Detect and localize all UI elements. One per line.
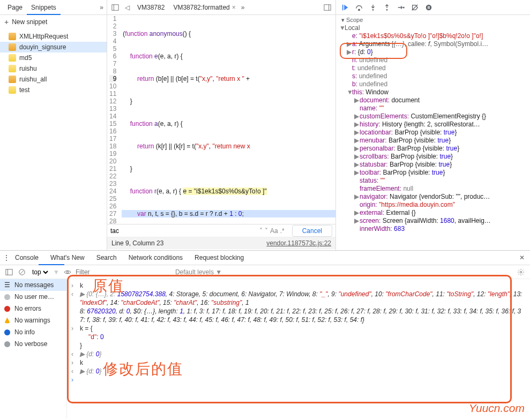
tab-search[interactable]: Search [96, 251, 117, 265]
step-out-icon[interactable] [382, 3, 392, 12]
overflow-icon[interactable]: » [100, 4, 103, 11]
tab-file[interactable]: VM38782 [134, 2, 168, 13]
file-icon [9, 65, 16, 72]
svg-rect-4 [342, 4, 344, 10]
tab-whatsnew[interactable]: What's New [50, 251, 85, 265]
tree-item[interactable]: ruishu_all [0, 74, 107, 85]
svg-rect-2 [324, 4, 331, 10]
filter-no-errors[interactable]: No errors [0, 303, 66, 314]
source-link[interactable]: vendor.1187573c.js:22 [266, 239, 331, 247]
file-icon [9, 33, 16, 40]
drawer-menu-icon[interactable]: ⋮ [3, 254, 10, 261]
tab-request-blocking[interactable]: Request blocking [195, 251, 244, 265]
svg-point-17 [66, 271, 69, 273]
step-into-icon[interactable] [368, 3, 378, 12]
console-settings-icon[interactable] [516, 267, 526, 277]
nav-back-icon[interactable]: ◁ [122, 3, 132, 12]
levels-dropdown[interactable]: Default levels ▼ [175, 268, 222, 276]
resume-icon[interactable] [340, 3, 350, 12]
svg-line-16 [20, 270, 24, 274]
deactivate-bp-icon[interactable] [410, 3, 420, 12]
regex-toggle[interactable]: .* [280, 227, 285, 235]
eye-icon[interactable] [63, 267, 72, 277]
clear-console-icon[interactable] [17, 267, 27, 277]
tab-page[interactable]: Page [3, 1, 27, 14]
code-editor[interactable]: (function anonymous() { function e(e, a,… [122, 15, 335, 224]
filter-no-info[interactable]: No info [0, 326, 66, 338]
svg-point-18 [520, 271, 522, 273]
show-nav-icon[interactable] [110, 3, 120, 12]
tree-item[interactable]: md5 [0, 52, 107, 63]
tree-item[interactable]: XMLHttpRequest [0, 31, 107, 42]
match-case[interactable]: Aa [270, 227, 278, 235]
show-right-icon[interactable] [323, 3, 332, 12]
svg-point-7 [386, 9, 388, 11]
svg-point-6 [372, 9, 374, 11]
tab-console[interactable]: Console [15, 251, 39, 265]
tree-item[interactable]: ruishu [0, 63, 107, 74]
pause-exceptions-icon[interactable] [424, 3, 434, 12]
toggle-sidebar-icon[interactable] [4, 267, 14, 277]
tab-file-active[interactable]: VM38782:formatted× [170, 2, 238, 13]
svg-point-5 [359, 9, 360, 11]
tab-snippets[interactable]: Snippets [27, 1, 61, 14]
file-icon [9, 76, 16, 83]
svg-line-9 [412, 4, 418, 10]
tree-item[interactable]: douyin_signsure [0, 42, 107, 52]
tree-item[interactable]: test [0, 85, 107, 95]
tab-close-icon[interactable]: × [232, 4, 236, 11]
line-gutter: 1234567891011121314151617181920212223242… [107, 15, 122, 224]
filter-no-messages[interactable]: ☰No messages [0, 279, 66, 291]
file-icon [9, 43, 16, 51]
svg-rect-13 [6, 269, 12, 275]
svg-point-8 [403, 7, 404, 8]
new-snippet-button[interactable]: + New snippet [0, 15, 107, 29]
next-match-icon[interactable]: ˅ [265, 227, 268, 235]
step-icon[interactable] [396, 3, 406, 12]
file-icon [9, 86, 16, 94]
filter-no-user[interactable]: No user me… [0, 291, 66, 303]
close-drawer-icon[interactable]: ✕ [519, 254, 525, 261]
filter-no-warnings[interactable]: No warnings [0, 314, 66, 326]
tab-network-cond[interactable]: Network conditions [129, 251, 183, 265]
svg-point-10 [426, 4, 432, 10]
filter-no-verbose[interactable]: No verbose [0, 338, 66, 350]
search-input[interactable] [110, 227, 228, 235]
cancel-button[interactable]: Cancel [292, 225, 332, 237]
scope-header: ▾ Scope [339, 16, 530, 24]
watermark: Yuucn.com [469, 402, 525, 415]
plus-icon: + [4, 18, 9, 26]
svg-rect-0 [112, 4, 118, 10]
filter-input[interactable] [76, 268, 172, 276]
step-over-icon[interactable] [354, 3, 364, 12]
svg-rect-12 [429, 6, 429, 9]
console-output[interactable]: ›k ‹▶ {0: {…}, 2: 1580782754.388, 4: Sto… [67, 279, 530, 418]
overflow-icon[interactable]: » [241, 4, 245, 11]
cursor-position: Line 9, Column 23 [111, 239, 163, 247]
prev-match-icon[interactable]: ˄ [259, 227, 263, 235]
file-icon [9, 54, 16, 62]
context-select[interactable]: top [30, 268, 50, 276]
svg-rect-11 [428, 6, 428, 9]
